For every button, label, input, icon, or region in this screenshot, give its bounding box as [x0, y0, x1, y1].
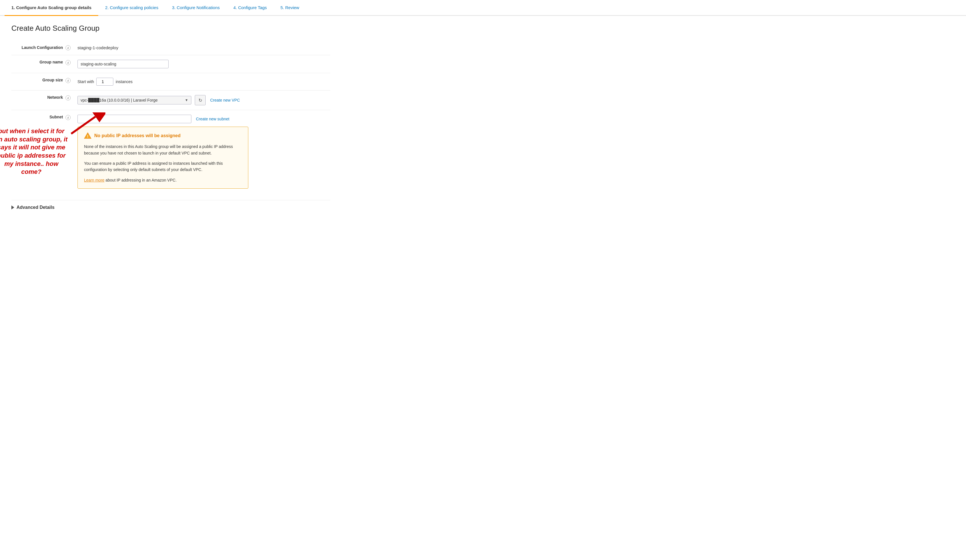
main-content: Create Auto Scaling Group Launch Configu… — [0, 16, 342, 218]
group-size-value-cell: Start with instances — [74, 73, 330, 90]
group-size-suffix: instances — [116, 79, 132, 84]
warning-triangle-icon: ! — [84, 132, 91, 139]
group-name-value-cell — [74, 55, 330, 73]
create-vpc-link[interactable]: Create new VPC — [210, 98, 240, 102]
warning-paragraph-2: You can ensure a public IP address is as… — [84, 160, 242, 173]
network-value-cell: vpc-████16a (10.0.0.0/16) | Laravel Forg… — [74, 90, 330, 110]
network-controls: vpc-████16a (10.0.0.0/16) | Laravel Forg… — [77, 95, 327, 105]
advanced-details-toggle[interactable]: Advanced Details — [12, 205, 330, 210]
warning-learn-more-link[interactable]: Learn more — [84, 178, 105, 182]
wizard-nav: 1. Configure Auto Scaling group details … — [0, 0, 966, 16]
group-name-label: Group name i — [12, 55, 74, 73]
advanced-details-label: Advanced Details — [16, 205, 54, 210]
launch-config-row: Launch Configuration i staging-1-codedep… — [12, 41, 330, 55]
group-size-label: Group size i — [12, 73, 74, 90]
launch-config-value-cell: staging-1-codedeploy — [74, 41, 330, 55]
warning-paragraph-1: None of the instances in this Auto Scali… — [84, 143, 242, 156]
group-size-info-icon[interactable]: i — [66, 78, 71, 83]
annotation-text: but when i select it for an auto scaling… — [0, 127, 68, 176]
tab-review[interactable]: 5. Review — [274, 0, 306, 16]
network-chevron-icon: ▼ — [185, 98, 188, 102]
warning-title: ! No public IP addresses will be assigne… — [84, 132, 242, 139]
subnet-info-icon[interactable]: i — [66, 115, 71, 120]
launch-config-info-icon[interactable]: i — [66, 45, 71, 50]
tab-configure-tags[interactable]: 4. Configure Tags — [227, 0, 274, 16]
group-size-controls: Start with instances — [77, 78, 327, 86]
group-size-row: Group size i Start with instances — [12, 73, 330, 90]
network-select-wrapper[interactable]: vpc-████16a (10.0.0.0/16) | Laravel Forg… — [77, 96, 191, 105]
subnet-controls: Create new subnet — [77, 115, 327, 123]
group-name-row: Group name i — [12, 55, 330, 73]
group-name-input[interactable] — [77, 60, 169, 68]
group-size-input[interactable] — [96, 78, 113, 86]
subnet-value-cell: but when i select it for an auto scaling… — [74, 110, 330, 193]
launch-config-label: Launch Configuration i — [12, 41, 74, 55]
subnet-input[interactable] — [77, 115, 191, 123]
triangle-right-icon — [12, 205, 14, 210]
form-table: Launch Configuration i staging-1-codedep… — [12, 41, 330, 193]
page-title: Create Auto Scaling Group — [12, 24, 330, 33]
tab-scaling-policies[interactable]: 2. Configure scaling policies — [98, 0, 165, 16]
network-info-icon[interactable]: i — [66, 95, 71, 100]
group-name-info-icon[interactable]: i — [66, 60, 71, 65]
tab-notifications[interactable]: 3. Configure Notifications — [165, 0, 227, 16]
group-size-prefix: Start with — [77, 79, 94, 84]
warning-suffix-text: about IP addressing in an Amazon VPC. — [105, 178, 177, 182]
network-row: Network i vpc-████16a (10.0.0.0/16) | La… — [12, 90, 330, 110]
refresh-icon: ↻ — [199, 98, 202, 103]
network-refresh-button[interactable]: ↻ — [195, 95, 205, 105]
warning-paragraph-3: Learn more about IP addressing in an Ama… — [84, 177, 242, 183]
network-label: Network i — [12, 90, 74, 110]
svg-text:!: ! — [87, 134, 88, 139]
create-subnet-link[interactable]: Create new subnet — [196, 117, 230, 121]
subnet-row: Subnet i but when i select it for an aut… — [12, 110, 330, 193]
warning-box: ! No public IP addresses will be assigne… — [77, 127, 248, 189]
network-select[interactable]: vpc-████16a (10.0.0.0/16) | Laravel Forg… — [80, 98, 182, 102]
tab-configure-asg[interactable]: 1. Configure Auto Scaling group details — [5, 0, 98, 16]
advanced-details-section: Advanced Details — [12, 200, 330, 210]
warning-body: None of the instances in this Auto Scali… — [84, 143, 242, 183]
launch-config-value: staging-1-codedeploy — [77, 45, 118, 50]
